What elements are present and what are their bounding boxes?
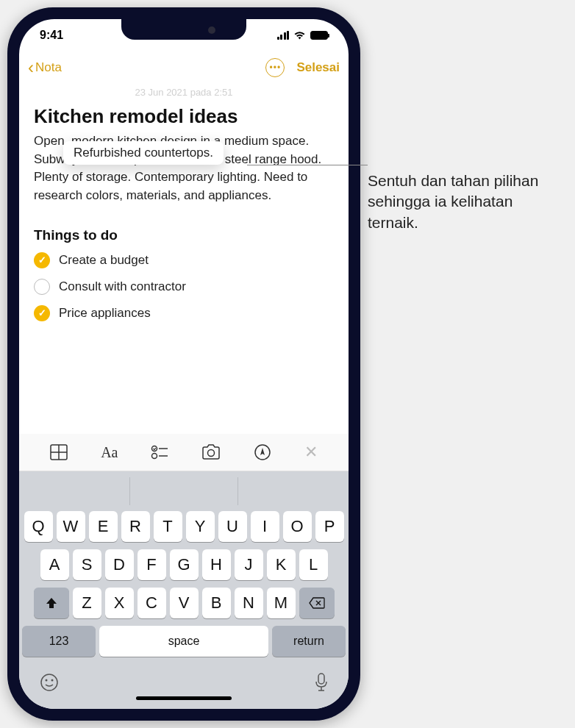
wifi-icon bbox=[293, 31, 306, 40]
key-o[interactable]: O bbox=[283, 511, 312, 542]
key-a[interactable]: A bbox=[40, 549, 69, 580]
key-f[interactable]: F bbox=[138, 549, 166, 580]
shift-key[interactable] bbox=[34, 588, 69, 618]
backspace-icon bbox=[309, 597, 325, 609]
note-title[interactable]: Kitchen remodel ideas bbox=[34, 105, 334, 128]
drag-selection-tooltip[interactable]: Refurbished countertops. bbox=[63, 141, 224, 165]
return-key[interactable]: return bbox=[272, 626, 346, 657]
svg-point-9 bbox=[41, 674, 57, 690]
key-z[interactable]: Z bbox=[73, 588, 101, 618]
key-i[interactable]: I bbox=[251, 511, 279, 542]
key-e[interactable]: E bbox=[89, 511, 118, 542]
notch bbox=[121, 19, 246, 40]
home-indicator[interactable] bbox=[136, 696, 232, 700]
checklist-label[interactable]: Consult with contractor bbox=[59, 279, 186, 294]
key-x[interactable]: X bbox=[105, 588, 134, 618]
navigation-bar: ‹ Nota ••• Selesai bbox=[19, 51, 349, 84]
key-q[interactable]: Q bbox=[24, 511, 53, 542]
iphone-frame: 9:41 ‹ Nota ••• Selesai 23 Jun bbox=[7, 7, 360, 721]
suggestion-slot[interactable] bbox=[22, 477, 130, 505]
cellular-signal-icon bbox=[277, 31, 290, 40]
keyboard: Q W E R T Y U I O P A S D F G H J K L bbox=[19, 471, 349, 709]
emoji-icon bbox=[40, 673, 59, 692]
checklist-item[interactable]: Consult with contractor bbox=[34, 279, 334, 295]
checklist-heading[interactable]: Things to do bbox=[34, 227, 334, 243]
camera-icon[interactable] bbox=[201, 444, 221, 460]
callout-text: Sentuh dan tahan pilihan sehingga ia kel… bbox=[368, 171, 566, 233]
battery-icon bbox=[310, 31, 328, 40]
screen: 9:41 ‹ Nota ••• Selesai 23 Jun bbox=[19, 19, 349, 709]
status-time: 9:41 bbox=[40, 29, 63, 42]
microphone-icon bbox=[315, 673, 328, 692]
checklist-icon[interactable] bbox=[151, 445, 168, 460]
key-h[interactable]: H bbox=[202, 549, 231, 580]
svg-rect-12 bbox=[318, 674, 324, 684]
key-w[interactable]: W bbox=[57, 511, 85, 542]
key-t[interactable]: T bbox=[154, 511, 182, 542]
camera-dot bbox=[208, 26, 215, 34]
key-y[interactable]: Y bbox=[186, 511, 215, 542]
key-c[interactable]: C bbox=[138, 588, 166, 618]
callout-line bbox=[247, 165, 368, 165]
key-d[interactable]: D bbox=[105, 549, 134, 580]
checklist-label[interactable]: Price appliances bbox=[59, 306, 151, 321]
key-r[interactable]: R bbox=[121, 511, 150, 542]
numeric-key[interactable]: 123 bbox=[22, 626, 96, 657]
text-format-icon[interactable]: Aa bbox=[101, 444, 118, 461]
key-n[interactable]: N bbox=[235, 588, 263, 618]
dictation-button[interactable] bbox=[315, 673, 328, 695]
table-icon[interactable] bbox=[50, 444, 68, 460]
checklist-item[interactable]: ✓ Price appliances bbox=[34, 305, 334, 321]
key-row-2: A S D F G H J K L bbox=[22, 549, 346, 580]
close-icon[interactable]: ✕ bbox=[304, 443, 318, 462]
keyboard-bottom-row bbox=[22, 664, 346, 696]
suggestion-slot[interactable] bbox=[238, 477, 346, 505]
ellipsis-icon: ••• bbox=[270, 63, 282, 73]
svg-point-5 bbox=[152, 454, 157, 459]
done-button[interactable]: Selesai bbox=[296, 60, 340, 75]
key-u[interactable]: U bbox=[218, 511, 247, 542]
key-l[interactable]: L bbox=[299, 549, 328, 580]
chevron-left-icon: ‹ bbox=[28, 57, 34, 78]
note-timestamp: 23 Jun 2021 pada 2:51 bbox=[34, 87, 334, 98]
space-key[interactable]: space bbox=[99, 626, 268, 657]
svg-point-7 bbox=[208, 450, 215, 457]
checkbox-checked-icon[interactable]: ✓ bbox=[34, 305, 50, 321]
checkbox-checked-icon[interactable]: ✓ bbox=[34, 252, 50, 268]
svg-point-3 bbox=[152, 446, 157, 452]
key-row-1: Q W E R T Y U I O P bbox=[22, 511, 346, 542]
shift-icon bbox=[45, 596, 58, 610]
key-g[interactable]: G bbox=[170, 549, 199, 580]
checklist-label[interactable]: Create a budget bbox=[59, 253, 149, 268]
svg-point-10 bbox=[46, 679, 48, 682]
key-k[interactable]: K bbox=[267, 549, 296, 580]
key-m[interactable]: M bbox=[267, 588, 296, 618]
key-b[interactable]: B bbox=[202, 588, 231, 618]
checkbox-unchecked-icon[interactable] bbox=[34, 279, 50, 295]
key-p[interactable]: P bbox=[315, 511, 344, 542]
status-indicators bbox=[277, 31, 329, 40]
svg-point-11 bbox=[51, 679, 54, 682]
key-row-4: 123 space return bbox=[22, 626, 346, 657]
key-j[interactable]: J bbox=[235, 549, 263, 580]
emoji-button[interactable] bbox=[40, 673, 59, 695]
suggestion-bar bbox=[22, 477, 346, 505]
suggestion-slot[interactable] bbox=[130, 477, 238, 505]
more-button[interactable]: ••• bbox=[265, 58, 285, 77]
back-label: Nota bbox=[35, 60, 62, 75]
backspace-key[interactable] bbox=[299, 588, 335, 618]
callout-annotation: Sentuh dan tahan pilihan sehingga ia kel… bbox=[368, 171, 566, 233]
checklist-item[interactable]: ✓ Create a budget bbox=[34, 252, 334, 268]
checklist: ✓ Create a budget Consult with contracto… bbox=[34, 252, 334, 321]
back-button[interactable]: ‹ Nota bbox=[28, 57, 62, 78]
note-content[interactable]: 23 Jun 2021 pada 2:51 Kitchen remodel id… bbox=[19, 84, 349, 434]
formatting-toolbar: Aa ✕ bbox=[19, 434, 349, 471]
markup-icon[interactable] bbox=[254, 443, 271, 461]
key-v[interactable]: V bbox=[170, 588, 199, 618]
key-s[interactable]: S bbox=[73, 549, 101, 580]
key-row-3: Z X C V B N M bbox=[22, 588, 346, 618]
